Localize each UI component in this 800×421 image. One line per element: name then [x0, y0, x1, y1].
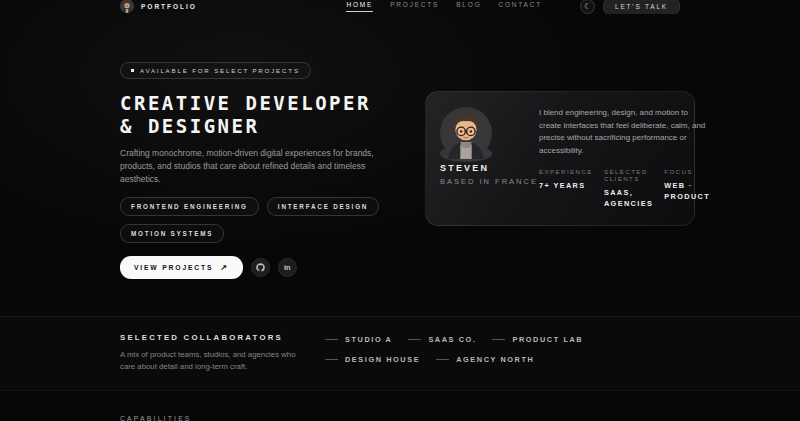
tag-motion-systems[interactable]: MOTION SYSTEMS	[120, 224, 224, 243]
stat-value: 7+ YEARS	[539, 180, 593, 191]
brand-avatar-icon	[120, 0, 134, 13]
dash-divider	[325, 359, 338, 360]
nav-link-projects[interactable]: PROJECTS	[390, 1, 439, 12]
stat-value: WEB · PRODUCT	[664, 180, 710, 202]
theme-toggle-moon-icon[interactable]: ☾	[580, 0, 595, 14]
top-navigation: PORTFOLIO HOME PROJECTS BLOG CONTACT ☾ L…	[0, 0, 800, 14]
stat-label: FOCUS	[664, 168, 710, 175]
capabilities-section: CAPABILITIES HOW I CAN HELP From early-s…	[0, 390, 800, 421]
collaborators-section: SELECTED COLLABORATORS A mix of product …	[0, 316, 800, 390]
brand-logo[interactable]: PORTFOLIO	[120, 0, 197, 13]
portfolio-page: PORTFOLIO HOME PROJECTS BLOG CONTACT ☾ L…	[0, 0, 800, 421]
title-line-1: CREATIVE DEVELOPER	[120, 92, 371, 114]
view-projects-label: VIEW PROJECTS	[134, 264, 213, 271]
profile-avatar	[440, 145, 492, 162]
collaborators-title: SELECTED COLLABORATORS	[120, 333, 325, 342]
profile-bio: I blend engineering, design, and motion …	[539, 107, 710, 157]
nav-links: HOME PROJECTS BLOG CONTACT	[346, 1, 542, 12]
linkedin-icon: in	[284, 263, 291, 272]
stat-experience: EXPERIENCE 7+ YEARS	[539, 168, 593, 209]
profile-stats: EXPERIENCE 7+ YEARS SELECTED CLIENTS SAA…	[539, 168, 710, 209]
profile-details: I blend engineering, design, and motion …	[539, 107, 710, 209]
stat-label: SELECTED CLIENTS	[604, 168, 653, 182]
hero-copy: AVAILABLE FOR SELECT PROJECTS CREATIVE D…	[120, 58, 407, 279]
hero-section: AVAILABLE FOR SELECT PROJECTS CREATIVE D…	[120, 14, 680, 316]
profile-location: BASED IN FRANCE	[440, 177, 528, 186]
title-line-2: & DESIGNER	[120, 115, 259, 137]
linkedin-button[interactable]: in	[278, 258, 297, 277]
collaborator-name: STUDIO A	[345, 335, 392, 344]
stat-focus: FOCUS WEB · PRODUCT	[664, 168, 710, 209]
view-projects-button[interactable]: VIEW PROJECTS ↗	[120, 256, 243, 279]
capabilities-heading: CAPABILITIES HOW I CAN HELP	[120, 415, 254, 421]
badge-label: AVAILABLE FOR SELECT PROJECTS	[140, 67, 300, 74]
github-button[interactable]	[251, 258, 270, 277]
dash-divider	[436, 359, 449, 360]
profile-identity: STEVEN BASED IN FRANCE	[440, 107, 528, 209]
nav-link-blog[interactable]: BLOG	[456, 1, 481, 12]
brand-name: PORTFOLIO	[141, 3, 197, 10]
skill-tags: FRONTEND ENGINEERING INTERFACE DESIGN MO…	[120, 197, 380, 243]
capabilities-eyebrow: CAPABILITIES	[120, 415, 254, 421]
nav-link-contact[interactable]: CONTACT	[498, 1, 542, 12]
collaborator-name: SAAS CO.	[428, 335, 476, 344]
lets-talk-button[interactable]: LET'S TALK	[603, 0, 680, 14]
hero-description: Crafting monochrome, motion-driven digit…	[120, 147, 402, 186]
list-item: SAAS CO.	[408, 335, 476, 344]
arrow-up-right-icon: ↗	[220, 263, 229, 272]
nav-link-home[interactable]: HOME	[346, 1, 373, 12]
list-item: AGENCY NORTH	[436, 355, 534, 364]
profile-name: STEVEN	[440, 163, 528, 173]
tag-interface-design[interactable]: INTERFACE DESIGN	[267, 197, 379, 216]
stat-value: SAAS, AGENCIES	[604, 187, 653, 209]
dash-divider	[408, 339, 421, 340]
page-title: CREATIVE DEVELOPER & DESIGNER	[120, 92, 407, 138]
stat-selected-clients: SELECTED CLIENTS SAAS, AGENCIES	[604, 168, 653, 209]
github-icon	[256, 263, 265, 272]
collaborators-list: STUDIO A SAAS CO. PRODUCT LAB DESIGN HOU…	[325, 335, 625, 364]
dash-divider	[325, 339, 338, 340]
collaborator-name: DESIGN HOUSE	[345, 355, 420, 364]
badge-dot-icon	[131, 69, 134, 72]
dash-divider	[492, 339, 505, 340]
list-item: STUDIO A	[325, 335, 392, 344]
availability-badge: AVAILABLE FOR SELECT PROJECTS	[120, 62, 311, 79]
list-item: DESIGN HOUSE	[325, 355, 420, 364]
tag-frontend-engineering[interactable]: FRONTEND ENGINEERING	[120, 197, 259, 216]
nav-controls: ☾ LET'S TALK	[580, 0, 680, 14]
list-item: PRODUCT LAB	[492, 335, 583, 344]
collaborator-name: AGENCY NORTH	[456, 355, 534, 364]
hero-actions: VIEW PROJECTS ↗ in	[120, 256, 407, 279]
collaborator-name: PRODUCT LAB	[512, 335, 583, 344]
collaborators-description: A mix of product teams, studios, and age…	[120, 349, 310, 372]
profile-card: STEVEN BASED IN FRANCE I blend engineeri…	[425, 91, 695, 226]
stat-label: EXPERIENCE	[539, 168, 593, 175]
collaborators-intro: SELECTED COLLABORATORS A mix of product …	[120, 333, 325, 372]
